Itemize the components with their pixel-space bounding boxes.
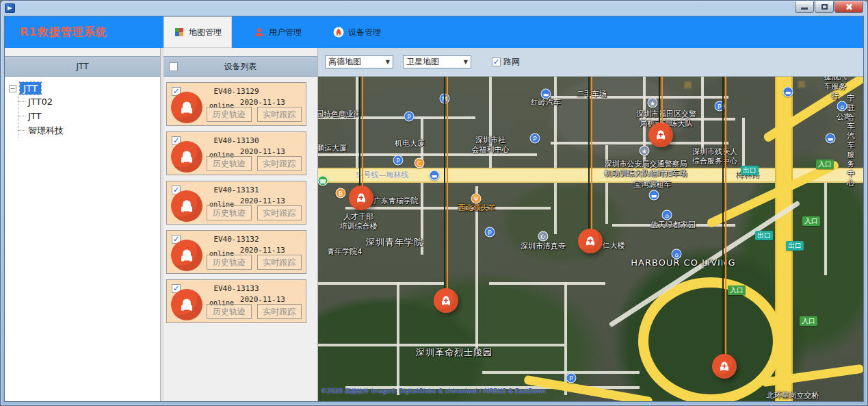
device-card[interactable]: ✓ EV40-13130 online 2020-11-13 历史轨迹 实时跟踪 [166,131,306,175]
map-label: 9-号线—梅林线 [356,170,409,180]
device-date: 2020-11-13 [240,295,285,304]
parking-icon: P [485,227,495,238]
device-list: ✓ EV40-13129 online 2020-11-13 历史轨迹 实时跟踪 [163,77,317,401]
history-track-button[interactable]: 历史轨迹 [207,304,252,319]
gate-badge: 入口 [800,316,817,326]
map-label: 西北领头羊 [458,203,496,213]
map-label: 北环皇岗立交桥 [767,391,819,401]
maximize-button[interactable] [815,1,834,13]
maximize-icon [821,4,828,10]
map-label: 深圳市残疾人 综合服务中心 [692,147,737,166]
bus-icon: ▬ [783,87,793,97]
select-all-checkbox[interactable] [169,62,178,71]
drone-marker[interactable] [434,288,458,313]
history-track-button[interactable]: 历史轨迹 [207,156,252,171]
realtime-track-button[interactable]: 实时跟踪 [257,107,302,122]
history-track-button[interactable]: 历史轨迹 [207,255,252,270]
drone-avatar-icon [171,289,202,320]
map-panel: 高德地图 ▼ 卫星地图 ▼ ✓ 路网 [318,48,863,401]
device-card[interactable]: ✓ EV40-13131 online 2020-11-13 历史轨迹 实时跟踪 [166,181,306,225]
tree-node-root[interactable]: JTT [20,82,41,94]
drone-icon [656,129,666,140]
app-window: R1救援管理系统 地图管理 [0,0,868,406]
map-label: 路 [685,81,692,90]
gate-badge: 入口 [816,160,834,169]
realtime-track-button[interactable]: 实时跟踪 [257,255,302,270]
map-label: 红岭汽车 [531,98,561,107]
map-attribution: ©2020 高德软件 Image© DigitalGlobe & chinasi… [321,387,546,396]
close-button[interactable] [834,1,863,13]
tree-panel-header: JTT [5,56,160,77]
map-label: 蓝天绿都家园 [650,220,696,230]
tether-line [444,77,448,301]
map-label: 深圳市清真寺 [521,242,566,251]
drone-avatar-icon [171,190,202,222]
map-label: 深圳市社 会福利中心 [472,136,510,155]
device-card[interactable]: ✓ EV40-13129 online 2020-11-13 历史轨迹 实时跟踪 [166,82,306,126]
tab[interactable]: 地图管理 [163,16,232,48]
device-card[interactable]: ✓ EV40-13132 online 2020-11-13 历史轨迹 实时跟踪 [166,230,306,274]
minimize-button[interactable] [795,1,814,13]
map-provider-select[interactable]: 高德地图 ▼ [325,55,393,68]
map-label: 人才干部 培训综合楼 [340,212,378,231]
map-label: 鹏运大厦 [318,144,347,153]
gate-badge: 出口 [786,241,804,251]
map-label: 宝鸿源租车 [634,180,672,190]
org-tree-panel: JTT − JTT JTT02 JTT 智璟科技 [5,48,161,401]
tree-node[interactable]: JTT [18,109,156,123]
home-icon: ⌂ [662,210,672,220]
map-label: 捷成汽车服务行 [821,77,850,101]
satellite-map[interactable]: 园特色商业街 鹏运大厦 机电大厦 红岭汽车 二手车场 深圳市社 会福利中心 [318,77,863,401]
gate-badge: 入口 [802,216,820,226]
drone-marker[interactable] [712,354,737,379]
gate-badge: 入口 [728,286,746,295]
drone-marker[interactable] [648,123,673,147]
tab[interactable]: 设备管理 [324,16,391,48]
map-toolbar: 高德地图 ▼ 卫星地图 ▼ ✓ 路网 [318,48,863,77]
tree-node[interactable]: JTT02 [18,94,156,109]
app-header: R1救援管理系统 地图管理 [5,16,863,48]
realtime-track-button[interactable]: 实时跟踪 [257,205,302,220]
drone-icon [441,295,451,305]
device-date: 2020-11-13 [240,196,285,205]
map-label: 机电大厦 [395,139,425,149]
device-date: 2020-11-13 [240,246,285,255]
device-card[interactable]: ✓ EV40-13133 online 2020-11-13 历史轨迹 实时跟踪 [166,279,306,323]
minimize-icon [801,8,808,10]
drone-marker[interactable] [349,186,373,210]
titlebar [1,1,867,16]
map-label: HARBOUR CO LIVING [631,257,735,268]
device-panel-title: 设备列表 [224,61,257,73]
history-track-button[interactable]: 历史轨迹 [207,205,252,220]
tab-bar: 地图管理 用户管理 设备管理 [163,16,391,48]
tree-panel-title: JTT [77,62,89,71]
tab[interactable]: 用户管理 [244,16,311,48]
drone-avatar-icon [171,141,202,173]
device-panel-header: 设备列表 [163,56,317,77]
parking-icon: P [566,373,577,383]
realtime-track-button[interactable]: 实时跟踪 [257,304,302,319]
map-type-select[interactable]: 卫星地图 ▼ [403,55,471,68]
parking-icon: P [393,155,404,166]
mosque-icon: ☪ [538,231,549,242]
car-icon: ▬ [826,134,836,144]
road-network-checkbox[interactable]: ✓ [492,58,501,66]
stop-badge-c: C [415,158,425,168]
realtime-track-button[interactable]: 实时跟踪 [257,156,302,171]
tab-label: 设备管理 [348,27,381,38]
history-track-button[interactable]: 历史轨迹 [207,107,252,122]
gate-badge: 出口 [741,166,759,175]
device-date: 2020-11-13 [240,147,285,156]
bus-icon: ▬ [430,170,440,181]
tether-line [722,77,726,366]
drone-marker[interactable] [578,229,603,253]
user-icon [254,27,265,38]
map-label: 青年学院4 [328,247,363,257]
tree-node[interactable]: 智璟科技 [18,123,156,138]
drone-icon [720,361,730,371]
tree-expander-icon[interactable]: − [9,85,16,92]
drone-avatar-icon [171,240,202,271]
drone-icon [586,236,596,246]
map-label: 园特色商业街 [318,110,361,119]
gate-badge: 出口 [755,231,773,240]
